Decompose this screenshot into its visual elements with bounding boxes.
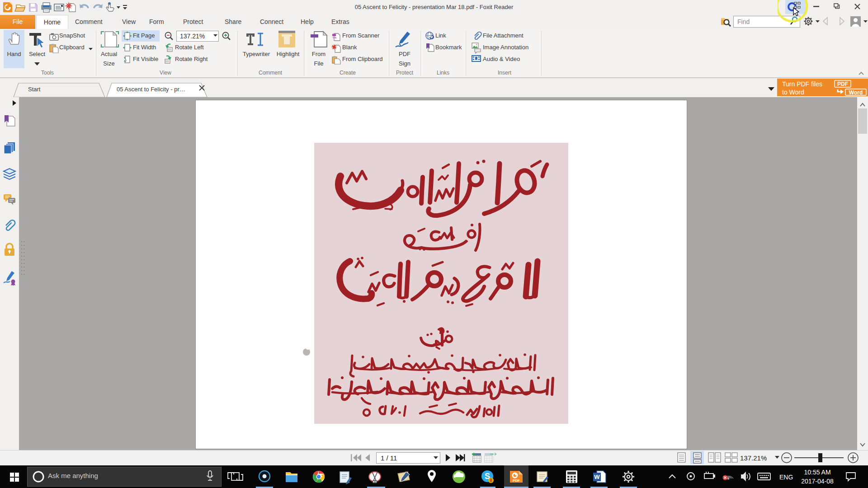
svg-text:Word: Word [849, 89, 863, 96]
svg-text:W: W [594, 474, 600, 480]
svg-text:PDF: PDF [513, 479, 520, 483]
svg-text:PDF: PDF [837, 81, 848, 87]
svg-text:8: 8 [490, 478, 492, 483]
